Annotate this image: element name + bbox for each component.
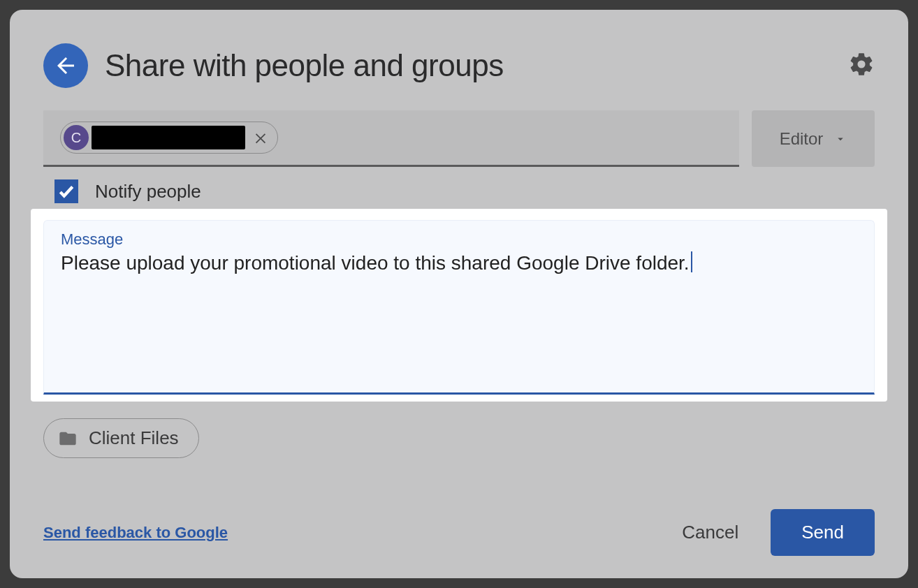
share-dialog: Share with people and groups C Editor [10, 10, 908, 578]
remove-recipient-button[interactable] [251, 128, 270, 147]
dialog-header: Share with people and groups [43, 43, 875, 88]
dialog-footer: Send feedback to Google Cancel Send [43, 490, 875, 556]
notify-row: Notify people [43, 179, 875, 203]
message-input[interactable]: Message Please upload your promotional v… [43, 220, 875, 395]
arrow-left-icon [53, 53, 78, 78]
folder-icon [58, 429, 78, 448]
attachment-name: Client Files [89, 427, 179, 449]
caret-down-icon [834, 133, 847, 145]
role-selected-label: Editor [780, 129, 824, 149]
close-icon [253, 130, 268, 145]
back-button[interactable] [43, 43, 88, 88]
recipient-chip[interactable]: C [60, 122, 278, 154]
text-cursor [691, 251, 692, 272]
footer-buttons: Cancel Send [669, 509, 875, 556]
message-text-wrap: Please upload your promotional video to … [61, 251, 857, 275]
avatar: C [64, 125, 89, 150]
check-icon [57, 182, 75, 200]
message-field-label: Message [61, 230, 857, 249]
message-text: Please upload your promotional video to … [61, 252, 690, 274]
recipient-row: C Editor [43, 110, 875, 167]
gear-icon [848, 51, 875, 78]
attachment-chip[interactable]: Client Files [43, 418, 199, 458]
settings-button[interactable] [848, 51, 875, 80]
attachment-row: Client Files [43, 418, 875, 458]
send-button[interactable]: Send [771, 509, 875, 556]
message-highlight: Message Please upload your promotional v… [31, 209, 887, 402]
feedback-link[interactable]: Send feedback to Google [43, 524, 228, 542]
recipient-name-redacted [92, 126, 245, 149]
role-dropdown[interactable]: Editor [752, 110, 875, 167]
recipient-input[interactable]: C [43, 110, 739, 167]
notify-label: Notify people [95, 181, 201, 203]
dialog-title: Share with people and groups [105, 48, 504, 83]
cancel-button[interactable]: Cancel [669, 512, 751, 553]
notify-checkbox[interactable] [54, 179, 78, 203]
